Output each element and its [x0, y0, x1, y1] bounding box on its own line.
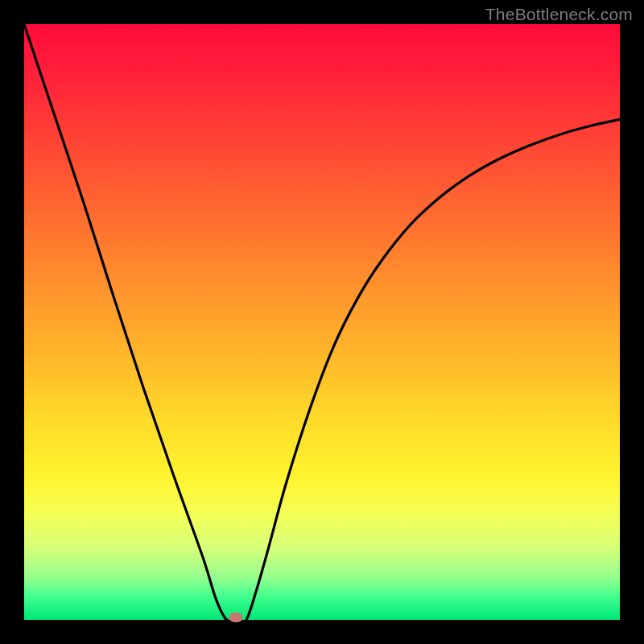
- optimal-point-marker: [229, 613, 242, 622]
- watermark-text: TheBottleneck.com: [485, 5, 633, 24]
- bottleneck-curve: [24, 24, 620, 620]
- chart-plot-area: [24, 24, 620, 620]
